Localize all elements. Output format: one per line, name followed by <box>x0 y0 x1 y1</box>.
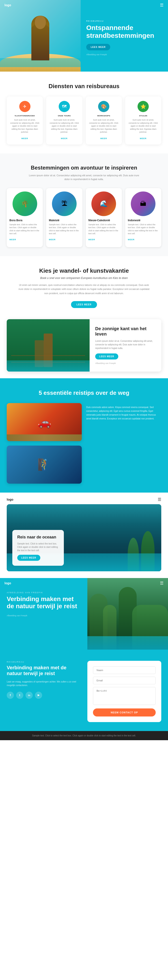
contact-title: Verbinding maken met de natuur terwijl j… <box>7 665 81 677</box>
ocean-section: logo ☰ Reis naar de oceaan Sample text. … <box>0 493 168 578</box>
tip-card-hiker: 🧗 <box>7 445 82 484</box>
sunny-image <box>7 319 90 372</box>
service-link-tours[interactable]: MEER <box>61 137 68 140</box>
form-message-field <box>93 687 156 706</box>
services-section: Diensten van reisbureaus ✈ VLUCHTONDERZO… <box>0 72 168 153</box>
contact-text: Laat uw vraag, suggesties of opmerkingen… <box>7 680 81 687</box>
contact-left: REISBUREAU Verbinding maken met de natuu… <box>7 661 81 699</box>
social-facebook[interactable]: f <box>7 692 14 699</box>
hero-title: Ontspannende strandbestemmingen <box>86 24 161 39</box>
dest-name-borabora: Bora Bora <box>10 219 40 222</box>
tips-section: 5 essentiële reistips over de weg 🚗 🧗 Du… <box>0 378 168 493</box>
tips-left: 🚗 🧗 <box>7 403 82 484</box>
ocean-hamburger-icon[interactable]: ☰ <box>158 497 161 502</box>
service-card-tours: 🗺 ONZE TOURS Sunt aute irure sit amet, c… <box>46 96 82 145</box>
dest-name-maleisie: Maleisië <box>49 219 80 222</box>
service-link-styles[interactable]: MEER <box>140 137 147 140</box>
nature-nav: logo ☰ <box>0 581 168 585</box>
dest-card-noumea: 🌊 Nieuw-Caledonië Sample text. Click to … <box>86 188 122 247</box>
hero-image-credit: Afbeelding van Freepik <box>86 54 107 56</box>
dest-link-borabora[interactable]: MEER <box>10 239 16 241</box>
workshops-icon: 🎨 <box>98 101 109 112</box>
styles-icon: ⭐ <box>138 101 149 112</box>
hero-subtitle: REISBUREAU <box>86 20 161 22</box>
dest-card-borabora: 🌴 Bora Bora Sample text. Click to select… <box>7 188 43 247</box>
contact-label: REISBUREAU <box>7 661 81 663</box>
social-youtube[interactable]: ▶ <box>35 692 42 699</box>
dest-image-borabora: 🌴 <box>13 191 37 216</box>
destinations-intro: Lorem ipsum dolor sit at. Consectetur ad… <box>28 173 140 181</box>
nature-logo: logo <box>5 581 11 585</box>
ocean-text: Sample text. Click to select the text bo… <box>17 542 59 552</box>
dest-image-indonesie: 🏔 <box>131 191 155 216</box>
dest-link-maleisie[interactable]: MEER <box>49 239 56 241</box>
sunny-btn[interactable]: LEES MEER <box>95 353 118 360</box>
form-message-input[interactable] <box>93 687 156 705</box>
sunny-image-credit: Afbeelding van Freepik <box>95 362 116 364</box>
social-linkedin[interactable]: in <box>26 692 33 699</box>
service-title-styles: STIJLEN <box>129 115 158 117</box>
social-icons: f t in ▶ <box>7 692 81 699</box>
art-vacation-subtitle: Boek u snel voor een ontspannen Europees… <box>17 277 151 280</box>
service-title-workshops: WORKSHOPS <box>89 115 118 117</box>
contact-submit-button[interactable]: NEEM CONTACT OP <box>93 708 156 716</box>
dest-link-noumea[interactable]: MEER <box>88 239 95 241</box>
tips-grid: 🚗 🧗 Duis commodo adore adore. Klopa comm… <box>7 403 161 484</box>
dest-card-maleisie: 🏝 Maleisië Sample text. Click to select … <box>46 188 82 247</box>
dest-text-indonesie: Sample text. Click to select the text bo… <box>128 223 158 235</box>
nature-section: logo ☰ Afbeelding van Freepik Verbinding… <box>0 578 168 650</box>
sunny-text: Lorem ipsum dolor sit at. Consectetur ad… <box>95 339 156 350</box>
form-email-field <box>93 677 156 684</box>
form-email-input[interactable] <box>93 677 156 684</box>
tips-title: 5 essentiële reistips over de weg <box>7 390 161 396</box>
form-name-input[interactable] <box>93 667 156 674</box>
art-vacation-btn[interactable]: LEES MEER <box>71 301 97 308</box>
hero-section: logo ☰ REISBUREAU Ontspannende strandbes… <box>0 0 168 72</box>
nature-hamburger-icon[interactable]: ☰ <box>160 581 163 585</box>
dest-image-maleisie: 🏝 <box>52 191 77 216</box>
hero-cta-button[interactable]: LEES MEER <box>86 44 110 50</box>
ocean-btn[interactable]: LEES MEER <box>17 555 40 561</box>
art-vacation-body: Ut enim ad minim veniam, quis nostrud ex… <box>17 283 151 296</box>
tours-icon: 🗺 <box>59 101 70 112</box>
ocean-logo: logo <box>7 498 13 501</box>
tip-image-car: 🚗 <box>7 403 82 441</box>
footer-text: Sample text. Click to select the text bo… <box>3 734 165 737</box>
dest-name-noumea: Nieuw-Caledonië <box>88 219 119 222</box>
contact-grid: REISBUREAU Verbinding maken met de natuu… <box>7 661 161 722</box>
art-vacation-section: Kies je wandel- of kunstvakantie Boek u … <box>0 256 168 317</box>
sunny-card: De zonnige kant van het leven Lorem ipsu… <box>7 319 161 372</box>
hero-nav: logo ☰ <box>0 3 168 8</box>
tips-right: Duis commodo adore adore. Klopa commod v… <box>86 403 161 420</box>
service-text-styles: Sunt aute irure sit amet, consecte tur a… <box>129 119 158 134</box>
hero-image <box>0 0 81 72</box>
services-title: Diensten van reisbureaus <box>7 83 161 90</box>
hamburger-icon[interactable]: ☰ <box>160 3 163 8</box>
social-twitter[interactable]: t <box>16 692 23 699</box>
services-grid: ✈ VLUCHTONDERZOEK Sunt aute irure sit am… <box>7 96 161 145</box>
dest-link-indonesie[interactable]: MEER <box>128 239 134 241</box>
service-text-flight: Sunt aute irure sit amet, consecte tur a… <box>10 119 39 134</box>
service-card-workshops: 🎨 WORKSHOPS Sunt aute irure sit amet, co… <box>86 96 122 145</box>
hero-logo: logo <box>5 3 11 7</box>
sunny-content: De zonnige kant van het leven Lorem ipsu… <box>90 319 161 372</box>
destinations-grid: 🌴 Bora Bora Sample text. Click to select… <box>7 188 161 247</box>
service-link-flight[interactable]: MEER <box>21 137 28 140</box>
nature-link: Afbeelding van Freepik <box>7 614 27 617</box>
service-card-styles: ⭐ STIJLEN Sunt aute irure sit amet, cons… <box>125 96 161 145</box>
service-text-workshops: Sunt aute irure sit amet, consecte tur a… <box>89 119 118 134</box>
dest-text-borabora: Sample text. Click to select the text bo… <box>10 223 40 235</box>
tips-right-text: Duis commodo adore adore. Klopa commod v… <box>86 405 161 420</box>
ocean-card: Reis naar de oceaan Sample text. Click t… <box>7 504 161 571</box>
dest-image-noumea: 🌊 <box>91 191 116 216</box>
art-vacation-title: Kies je wandel- of kunstvakantie <box>17 267 151 274</box>
service-title-tours: ONZE TOURS <box>50 115 79 117</box>
tip-card-car: 🚗 <box>7 403 82 441</box>
destinations-title: Bestemmingen om avontuur te inspireren <box>7 165 161 171</box>
ocean-title: Reis naar de oceaan <box>17 535 59 540</box>
contact-form-card: NEEM CONTACT OP <box>87 661 161 722</box>
dest-text-maleisie: Sample text. Click to select the text bo… <box>49 223 80 235</box>
dest-text-noumea: Sample text. Click to select the text bo… <box>88 223 119 235</box>
dest-name-indonesie: Indonesië <box>128 219 158 222</box>
service-link-workshops[interactable]: MEER <box>100 137 107 140</box>
